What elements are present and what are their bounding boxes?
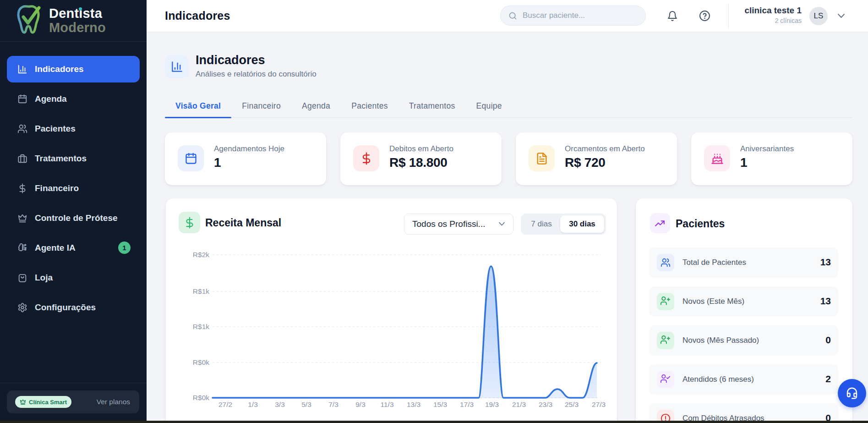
svg-text:R$0k: R$0k: [193, 394, 209, 401]
svg-text:27/3: 27/3: [592, 401, 606, 408]
svg-text:5/3: 5/3: [301, 401, 311, 408]
svg-text:7/3: 7/3: [328, 401, 338, 408]
svg-text:21/3: 21/3: [512, 401, 526, 408]
svg-text:R$1k: R$1k: [193, 323, 209, 330]
svg-text:27/2: 27/2: [218, 401, 232, 408]
svg-text:3/3: 3/3: [275, 401, 285, 408]
svg-text:13/3: 13/3: [407, 401, 420, 408]
svg-text:1/3: 1/3: [248, 401, 258, 408]
svg-text:19/3: 19/3: [485, 401, 499, 408]
svg-text:R$1k: R$1k: [193, 287, 209, 295]
svg-text:17/3: 17/3: [460, 401, 474, 408]
svg-text:25/3: 25/3: [565, 401, 579, 408]
svg-text:R$2k: R$2k: [193, 251, 209, 258]
svg-text:23/3: 23/3: [539, 401, 552, 408]
svg-text:9/3: 9/3: [355, 401, 366, 408]
svg-text:15/3: 15/3: [433, 401, 447, 408]
svg-text:11/3: 11/3: [380, 401, 393, 408]
svg-text:R$0k: R$0k: [193, 358, 209, 366]
